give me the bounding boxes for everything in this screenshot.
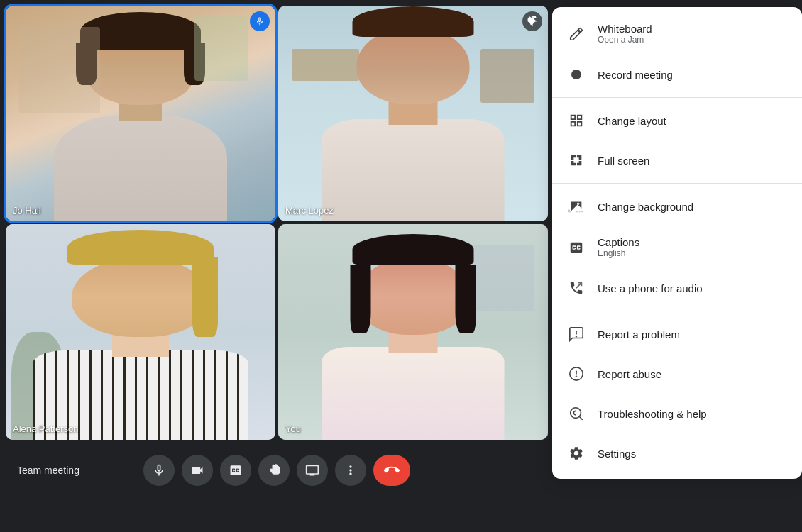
raise-hand-button[interactable] bbox=[258, 455, 290, 486]
present-button[interactable] bbox=[297, 455, 328, 486]
video-grid: Jo Hall bbox=[0, 0, 554, 532]
report-abuse-icon bbox=[566, 364, 586, 384]
change-layout-label: Change layout bbox=[598, 115, 666, 127]
whiteboard-icon bbox=[566, 24, 586, 44]
divider-2 bbox=[552, 183, 802, 184]
menu-item-change-background[interactable]: Change background bbox=[552, 187, 802, 226]
divider-1 bbox=[552, 97, 802, 98]
change-background-icon bbox=[566, 196, 586, 216]
menu-item-report-abuse[interactable]: Report abuse bbox=[552, 354, 802, 394]
participant-name-alena-patterson: Alena Patterson bbox=[13, 423, 79, 434]
captions-icon bbox=[566, 238, 586, 257]
menu-item-change-layout[interactable]: Change layout bbox=[552, 101, 802, 140]
end-call-button[interactable] bbox=[373, 455, 410, 486]
participant-name-marc-lopez: Marc Lopez bbox=[285, 205, 334, 216]
participant-name-jo-hall: Jo Hall bbox=[13, 205, 41, 216]
whiteboard-label: Whiteboard bbox=[598, 23, 652, 35]
report-abuse-label: Report abuse bbox=[598, 368, 661, 380]
phone-audio-label: Use a phone for audio bbox=[598, 282, 703, 294]
troubleshooting-icon bbox=[566, 404, 586, 423]
change-layout-icon bbox=[566, 111, 586, 131]
bottom-toolbar: Team meeting bbox=[0, 445, 554, 495]
menu-item-settings[interactable]: Settings bbox=[552, 433, 802, 473]
record-label: Record meeting bbox=[598, 69, 673, 81]
meeting-title: Team meeting bbox=[17, 465, 143, 476]
participant-name-you: You bbox=[285, 423, 301, 434]
svg-point-2 bbox=[576, 336, 577, 337]
captions-label: Captions bbox=[598, 236, 639, 248]
menu-item-captions[interactable]: Captions English bbox=[552, 226, 802, 268]
settings-icon bbox=[566, 443, 586, 463]
video-tile-you: You bbox=[278, 224, 548, 440]
captions-text: Captions English bbox=[598, 236, 639, 258]
svg-point-0 bbox=[578, 203, 581, 206]
full-screen-label: Full screen bbox=[598, 155, 649, 167]
troubleshooting-label: Troubleshooting & help bbox=[598, 408, 707, 420]
mic-button[interactable] bbox=[143, 455, 175, 486]
change-background-label: Change background bbox=[598, 201, 693, 213]
menu-item-whiteboard[interactable]: Whiteboard Open a Jam bbox=[552, 13, 802, 55]
menu-item-report-problem[interactable]: Report a problem bbox=[552, 314, 802, 354]
whiteboard-sublabel: Open a Jam bbox=[598, 35, 652, 45]
divider-3 bbox=[552, 311, 802, 311]
record-icon bbox=[566, 65, 586, 84]
video-tile-marc-lopez: Marc Lopez bbox=[278, 6, 548, 221]
menu-item-troubleshooting[interactable]: Troubleshooting & help bbox=[552, 394, 802, 433]
video-tile-jo-hall: Jo Hall bbox=[6, 6, 275, 221]
whiteboard-text: Whiteboard Open a Jam bbox=[598, 23, 652, 45]
mic-active-badge bbox=[250, 11, 270, 31]
full-screen-icon bbox=[566, 150, 586, 170]
captions-button[interactable] bbox=[220, 455, 251, 486]
svg-line-7 bbox=[579, 416, 582, 419]
more-options-button[interactable] bbox=[335, 455, 366, 486]
report-problem-icon bbox=[566, 324, 586, 344]
toolbar-controls bbox=[143, 455, 410, 486]
svg-point-5 bbox=[576, 376, 577, 377]
video-tile-alena-patterson: Alena Patterson bbox=[6, 224, 275, 440]
menu-item-phone-audio[interactable]: Use a phone for audio bbox=[552, 268, 802, 308]
camera-button[interactable] bbox=[182, 455, 213, 486]
menu-item-record[interactable]: Record meeting bbox=[552, 55, 802, 94]
captions-sublabel: English bbox=[598, 248, 639, 258]
report-problem-label: Report a problem bbox=[598, 328, 680, 340]
settings-label: Settings bbox=[598, 448, 636, 460]
phone-audio-icon bbox=[566, 278, 586, 298]
context-menu: Whiteboard Open a Jam Record meeting Cha… bbox=[552, 7, 802, 479]
menu-item-full-screen[interactable]: Full screen bbox=[552, 140, 802, 180]
mic-muted-badge bbox=[522, 11, 542, 31]
